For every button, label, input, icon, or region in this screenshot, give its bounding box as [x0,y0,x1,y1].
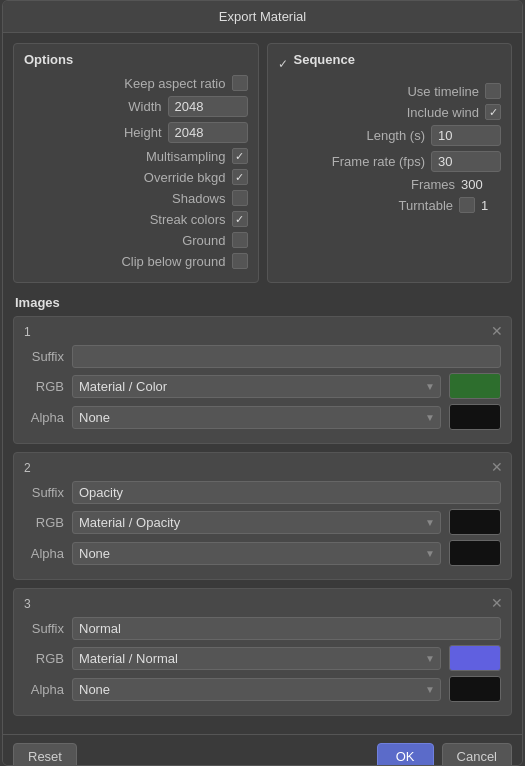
image-card-2: 2 ✕ Suffix RGB Material / Color Material… [13,452,512,580]
card-1-rgb-color-swatch[interactable] [449,373,501,399]
card-3-suffix-input[interactable] [72,617,501,640]
width-input[interactable] [168,96,248,117]
turntable-checkbox[interactable] [459,197,475,213]
include-wind-check-icon: ✓ [489,106,498,119]
dialog-footer: Reset OK Cancel [3,734,522,766]
card-1-suffix-input[interactable] [72,345,501,368]
length-input[interactable] [431,125,501,146]
card-3-rgb-select-wrap: Material / Color Material / Opacity Mate… [72,647,441,670]
card-3-number: 3 [24,597,501,611]
card-3-alpha-color-swatch[interactable] [449,676,501,702]
width-row: Width [24,96,248,117]
height-input[interactable] [168,122,248,143]
images-title: Images [13,291,512,316]
card-3-alpha-label: Alpha [24,682,64,697]
card-3-alpha-select[interactable]: None [72,678,441,701]
card-1-alpha-color-swatch[interactable] [449,404,501,430]
sequence-title-row: ✓ Sequence [278,52,502,75]
include-wind-checkbox[interactable]: ✓ [485,104,501,120]
card-1-alpha-row: Alpha None ▼ [24,404,501,430]
card-3-rgb-color-swatch[interactable] [449,645,501,671]
card-1-alpha-label: Alpha [24,410,64,425]
frame-rate-row: Frame rate (fps) [278,151,502,172]
frames-label: Frames [365,177,455,192]
clip-below-ground-checkbox[interactable] [232,253,248,269]
include-wind-row: Include wind ✓ [278,104,502,120]
card-3-rgb-label: RGB [24,651,64,666]
override-bkgd-checkbox[interactable]: ✓ [232,169,248,185]
length-row: Length (s) [278,125,502,146]
width-label: Width [62,99,162,114]
card-3-suffix-label: Suffix [24,621,64,636]
keep-aspect-checkbox[interactable] [232,75,248,91]
card-1-rgb-select[interactable]: Material / Color Material / Opacity Mate… [72,375,441,398]
streak-colors-row: Streak colors ✓ [24,211,248,227]
card-3-alpha-select-wrap: None ▼ [72,678,441,701]
cancel-button[interactable]: Cancel [442,743,512,766]
card-1-number: 1 [24,325,501,339]
dialog-title: Export Material [3,1,522,33]
multisampling-check-icon: ✓ [235,150,244,163]
clip-below-ground-row: Clip below ground [24,253,248,269]
reset-button[interactable]: Reset [13,743,77,766]
ground-label: Ground [126,233,226,248]
card-1-suffix-row: Suffix [24,345,501,368]
sequence-enabled-check-icon: ✓ [278,57,288,71]
card-3-close-icon[interactable]: ✕ [491,595,503,611]
card-1-rgb-label: RGB [24,379,64,394]
card-2-alpha-select[interactable]: None [72,542,441,565]
shadows-checkbox[interactable] [232,190,248,206]
export-material-dialog: Export Material Options Keep aspect rati… [2,0,523,766]
use-timeline-row: Use timeline [278,83,502,99]
use-timeline-checkbox[interactable] [485,83,501,99]
card-1-close-icon[interactable]: ✕ [491,323,503,339]
sequence-title: Sequence [294,52,355,67]
options-title: Options [24,52,248,67]
options-panel: Options Keep aspect ratio Width Height M… [13,43,259,283]
card-2-alpha-color-swatch[interactable] [449,540,501,566]
card-3-suffix-row: Suffix [24,617,501,640]
include-wind-label: Include wind [389,105,479,120]
footer-right-buttons: OK Cancel [377,743,512,766]
turntable-label: Turntable [363,198,453,213]
multisampling-checkbox[interactable]: ✓ [232,148,248,164]
sequence-panel: ✓ Sequence Use timeline Include wind ✓ L… [267,43,513,283]
frame-rate-input[interactable] [431,151,501,172]
shadows-row: Shadows [24,190,248,206]
image-card-1: 1 ✕ Suffix RGB Material / Color Material… [13,316,512,444]
card-1-rgb-row: RGB Material / Color Material / Opacity … [24,373,501,399]
keep-aspect-row: Keep aspect ratio [24,75,248,91]
card-2-alpha-label: Alpha [24,546,64,561]
turntable-row: Turntable 1 [278,197,502,213]
top-section: Options Keep aspect ratio Width Height M… [13,43,512,283]
card-3-rgb-row: RGB Material / Color Material / Opacity … [24,645,501,671]
clip-below-ground-label: Clip below ground [121,254,225,269]
length-label: Length (s) [335,128,425,143]
card-2-close-icon[interactable]: ✕ [491,459,503,475]
streak-colors-label: Streak colors [126,212,226,227]
images-section: Images 1 ✕ Suffix RGB Material / Color M… [13,291,512,724]
card-2-suffix-input[interactable] [72,481,501,504]
multisampling-label: Multisampling [126,149,226,164]
ok-button[interactable]: OK [377,743,434,766]
card-2-rgb-row: RGB Material / Color Material / Opacity … [24,509,501,535]
use-timeline-label: Use timeline [389,84,479,99]
override-bkgd-label: Override bkgd [126,170,226,185]
streak-colors-checkbox[interactable]: ✓ [232,211,248,227]
card-3-rgb-select[interactable]: Material / Color Material / Opacity Mate… [72,647,441,670]
dialog-body: Options Keep aspect ratio Width Height M… [3,33,522,734]
height-label: Height [62,125,162,140]
card-2-rgb-label: RGB [24,515,64,530]
frames-row: Frames 300 [278,177,502,192]
ground-checkbox[interactable] [232,232,248,248]
card-2-alpha-row: Alpha None ▼ [24,540,501,566]
frames-value: 300 [461,177,501,192]
card-2-suffix-row: Suffix [24,481,501,504]
keep-aspect-label: Keep aspect ratio [124,76,225,91]
override-bkgd-check-icon: ✓ [235,171,244,184]
card-2-rgb-select[interactable]: Material / Color Material / Opacity Mate… [72,511,441,534]
height-row: Height [24,122,248,143]
card-3-alpha-row: Alpha None ▼ [24,676,501,702]
card-1-alpha-select[interactable]: None [72,406,441,429]
card-2-rgb-color-swatch[interactable] [449,509,501,535]
